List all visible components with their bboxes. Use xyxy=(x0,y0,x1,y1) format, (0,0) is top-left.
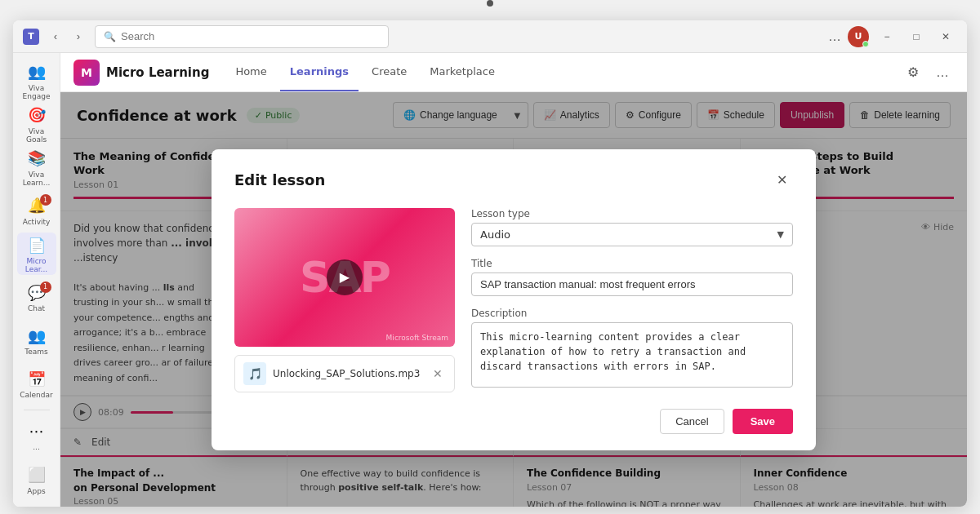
sidebar-label-microlearning: MicroLear... xyxy=(25,258,47,274)
modal-close-button[interactable]: ✕ xyxy=(770,169,793,192)
sidebar-item-apps[interactable]: ⬜ Apps xyxy=(17,459,56,500)
settings-button[interactable]: ⚙ xyxy=(902,61,924,84)
more-options-button[interactable]: … xyxy=(828,29,841,44)
lesson-type-field: Lesson type Audio ▼ xyxy=(471,208,793,246)
edit-lesson-modal: Edit lesson ✕ SAP ▶ Microsoft Stream xyxy=(212,149,816,450)
teams-icon: 👥 xyxy=(25,324,48,347)
chat-badge: 1 xyxy=(40,281,51,293)
sidebar-item-more[interactable]: ⋯ ... xyxy=(17,415,56,457)
nav-more-button[interactable]: … xyxy=(931,61,954,84)
sidebar-divider xyxy=(24,410,50,410)
nav-controls: ‹ › xyxy=(46,27,88,47)
description-label: Description xyxy=(471,308,793,319)
sidebar: 👥 VivaEngage 🎯 VivaGoals 📚 VivaLearn... … xyxy=(13,53,60,507)
back-button[interactable]: ‹ xyxy=(46,27,65,47)
description-field: Description This micro-learning content … xyxy=(471,308,793,388)
sidebar-label-goals: VivaGoals xyxy=(26,128,47,144)
app-content: M Micro Learning Home Learnings Create M… xyxy=(60,53,967,507)
teams-logo: T xyxy=(23,29,39,45)
goals-icon: 🎯 xyxy=(25,104,48,126)
video-brand-label: Microsoft Stream xyxy=(386,334,448,342)
modal-header: Edit lesson ✕ xyxy=(234,169,793,192)
sidebar-label-vivalearning: VivaLearn... xyxy=(23,171,51,188)
file-item: 🎵 Unlocking_SAP_Solutions.mp3 ✕ xyxy=(234,355,455,392)
app-logo-name: Micro Learning xyxy=(106,65,209,80)
modal-body: SAP ▶ Microsoft Stream 🎵 Unlocking_SAP_S… xyxy=(234,208,793,392)
sidebar-item-teams[interactable]: 👥 Teams xyxy=(17,320,56,361)
sidebar-item-chat[interactable]: 💬 Chat 1 xyxy=(17,277,56,318)
sidebar-label-engage: VivaEngage xyxy=(23,85,51,101)
microlearning-icon: 📄 xyxy=(25,233,48,256)
nav-link-marketplace[interactable]: Marketplace xyxy=(420,53,505,91)
avatar[interactable]: U xyxy=(848,26,869,47)
nav-link-learnings[interactable]: Learnings xyxy=(280,53,359,91)
sidebar-label-calendar: Calendar xyxy=(20,392,52,400)
app-logo-icon: M xyxy=(74,60,100,86)
sidebar-item-engage[interactable]: 👥 VivaEngage xyxy=(17,60,56,101)
minimize-button[interactable]: − xyxy=(875,25,898,48)
modal-title: Edit lesson xyxy=(234,171,325,188)
avatar-status-badge xyxy=(862,41,869,47)
play-circle-button[interactable]: ▶ xyxy=(327,259,363,295)
title-label: Title xyxy=(471,258,793,269)
content-area: Confidence at work ✓ Public 🌐 Change lan… xyxy=(60,92,967,507)
sidebar-label-chat: Chat xyxy=(28,305,45,313)
search-icon: 🔍 xyxy=(104,31,116,42)
sidebar-item-activity[interactable]: 🔔 Activity 1 xyxy=(17,189,56,231)
file-remove-button[interactable]: ✕ xyxy=(430,366,446,382)
save-button[interactable]: Save xyxy=(733,409,793,434)
sidebar-item-microlearning[interactable]: 📄 MicroLear... xyxy=(17,233,56,274)
music-file-icon: 🎵 xyxy=(243,362,266,385)
maximize-button[interactable]: □ xyxy=(905,25,928,48)
main-area: 👥 VivaEngage 🎯 VivaGoals 📚 VivaLearn... … xyxy=(13,53,967,507)
sidebar-label-apps: Apps xyxy=(27,488,45,496)
sidebar-item-goals[interactable]: 🎯 VivaGoals xyxy=(17,103,56,144)
app-logo: M Micro Learning xyxy=(74,60,209,86)
file-name: Unlocking_SAP_Solutions.mp3 xyxy=(273,368,423,379)
engage-icon: 👥 xyxy=(25,60,48,83)
activity-badge: 1 xyxy=(40,194,51,206)
vivalearning-icon: 📚 xyxy=(25,147,48,170)
sidebar-label-activity: Activity xyxy=(23,219,51,227)
sidebar-item-vivalearning[interactable]: 📚 VivaLearn... xyxy=(17,146,56,188)
lesson-type-select[interactable]: Audio ▼ xyxy=(471,223,793,246)
title-input[interactable] xyxy=(471,273,793,296)
search-bar[interactable]: 🔍 xyxy=(95,25,389,48)
modal-backdrop[interactable]: Edit lesson ✕ SAP ▶ Microsoft Stream xyxy=(60,92,967,507)
lesson-type-value: Audio xyxy=(480,228,510,241)
description-textarea[interactable]: This micro-learning content provides a c… xyxy=(471,322,793,388)
title-field: Title xyxy=(471,258,793,296)
top-nav-right: ⚙ … xyxy=(902,61,954,84)
modal-left-panel: SAP ▶ Microsoft Stream 🎵 Unlocking_SAP_S… xyxy=(234,208,455,392)
nav-link-create[interactable]: Create xyxy=(362,53,416,91)
dropdown-arrow-icon: ▼ xyxy=(777,229,784,240)
calendar-icon: 📅 xyxy=(25,367,48,390)
sidebar-item-calendar[interactable]: 📅 Calendar xyxy=(17,363,56,405)
top-nav: M Micro Learning Home Learnings Create M… xyxy=(60,53,967,92)
apps-icon: ⬜ xyxy=(25,463,48,486)
video-thumbnail: SAP ▶ Microsoft Stream xyxy=(234,208,455,347)
close-button[interactable]: ✕ xyxy=(934,25,957,48)
title-bar: T ‹ › 🔍 … U − □ ✕ xyxy=(13,20,967,53)
sidebar-label-more: ... xyxy=(33,444,40,452)
lesson-type-label: Lesson type xyxy=(471,208,793,219)
title-bar-actions: … U − □ ✕ xyxy=(828,25,957,48)
window-chrome: T ‹ › 🔍 … U − □ ✕ 👥 VivaEngage xyxy=(13,20,967,507)
cancel-button[interactable]: Cancel xyxy=(660,409,724,434)
top-dot-indicator xyxy=(487,0,493,7)
more-icon: ⋯ xyxy=(25,419,48,442)
modal-footer: Cancel Save xyxy=(234,409,793,434)
nav-link-home[interactable]: Home xyxy=(225,53,276,91)
forward-button[interactable]: › xyxy=(69,27,88,47)
sidebar-label-teams: Teams xyxy=(24,348,47,357)
modal-right-panel: Lesson type Audio ▼ Title xyxy=(471,208,793,392)
search-input[interactable] xyxy=(121,30,380,42)
